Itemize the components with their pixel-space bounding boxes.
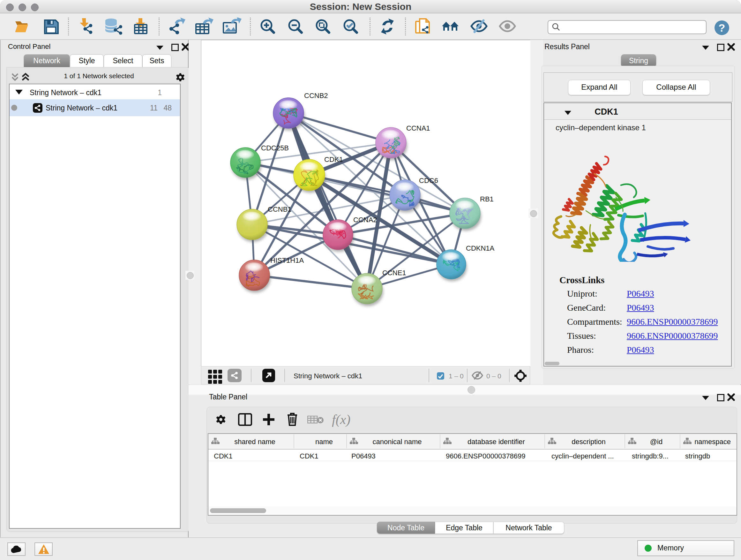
svg-text:CDKN1A: CDKN1A: [466, 244, 495, 252]
svg-text:CCNA2: CCNA2: [353, 216, 377, 224]
svg-text:CDK1: CDK1: [324, 155, 343, 164]
svg-text:CCNA1: CCNA1: [406, 124, 430, 132]
svg-text:HIST1H1A: HIST1H1A: [270, 256, 304, 264]
svg-text:RB1: RB1: [480, 195, 494, 203]
svg-text:CCNE1: CCNE1: [382, 269, 406, 277]
svg-text:CCNB2: CCNB2: [304, 91, 328, 100]
svg-text:CDC6: CDC6: [419, 177, 438, 185]
svg-text:CCNB1: CCNB1: [268, 205, 292, 213]
svg-text:CDC25B: CDC25B: [261, 144, 289, 152]
